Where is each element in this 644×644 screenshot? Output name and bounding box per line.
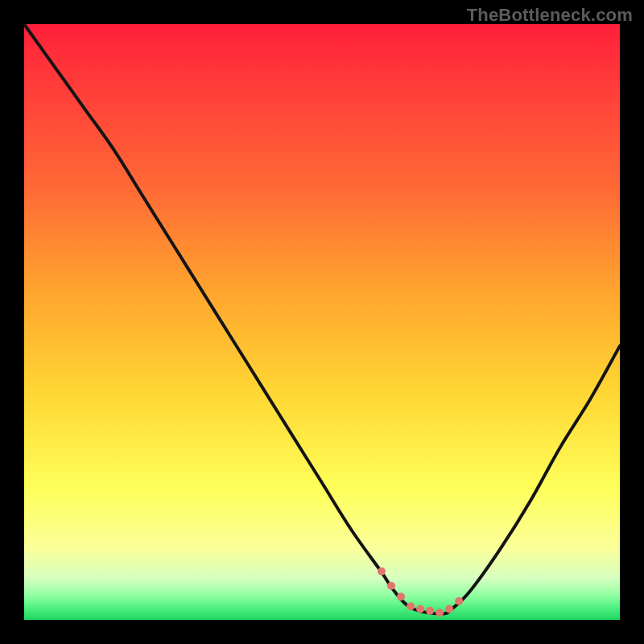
flat-region-dot [455,597,463,605]
flat-region-dot [436,609,444,617]
flat-region-dot [416,605,424,613]
flat-region-dot [407,602,415,610]
bottleneck-curve-line [24,24,620,614]
chart-frame: TheBottleneck.com [0,0,644,644]
flat-region-dot [378,568,386,576]
plot-area [24,24,620,620]
flat-region-dot [426,607,434,615]
flat-region-dot [387,582,395,590]
flat-region-dots [378,568,463,617]
watermark-text: TheBottleneck.com [467,5,633,26]
flat-region-dot [445,605,453,613]
flat-region-dot [397,592,405,601]
bottleneck-curve-svg [24,24,620,620]
